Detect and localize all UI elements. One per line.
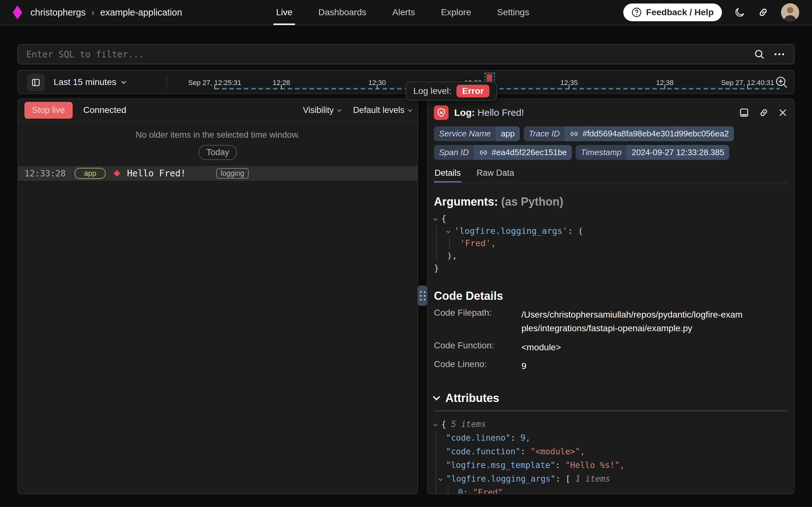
breadcrumb-project[interactable]: example-application (100, 7, 182, 18)
arguments-subheading: (as Python) (501, 195, 563, 208)
log-timestamp: 12:33:28 (24, 168, 66, 178)
code-filepath-label: Code Filepath: (434, 308, 521, 335)
json-key: "code.lineno" (446, 433, 511, 443)
attributes-section-header[interactable]: Attributes (434, 392, 788, 405)
attributes-heading: Attributes (445, 392, 499, 405)
badge-label: Span ID (434, 145, 474, 160)
link-icon[interactable] (479, 148, 488, 157)
error-shield-icon (434, 105, 448, 120)
code-function-value: <module> (521, 340, 561, 354)
code-token: { (441, 214, 446, 223)
panel-bottom-icon (739, 107, 750, 118)
live-feed-header: Stop live Connected Visibility Default l… (18, 99, 418, 122)
sidebar-toggle-button[interactable] (27, 74, 45, 92)
tick-line (665, 84, 665, 89)
code-lineno-value: 9 (521, 359, 526, 373)
logging-tag-badge[interactable]: logging (216, 168, 249, 179)
error-level-diamond-icon (114, 170, 120, 177)
moon-icon (734, 7, 745, 18)
tab-raw-data[interactable]: Raw Data (476, 168, 515, 182)
sql-filter-bar (17, 44, 795, 64)
logfire-logo-icon[interactable] (13, 5, 22, 19)
code-detail-row: Code Lineno: 9 (434, 359, 788, 373)
tab-live[interactable]: Live (276, 0, 292, 25)
avatar[interactable] (781, 3, 799, 21)
link-icon (758, 107, 769, 118)
tab-explore[interactable]: Explore (441, 0, 471, 25)
empty-window-message: No older items in the selected time wind… (18, 130, 418, 140)
copy-link-button[interactable] (758, 107, 769, 118)
arguments-code-block: { 'logfire.logging_args': ( 'Fred', ), } (434, 212, 788, 274)
json-token: : (555, 474, 560, 484)
time-range-dropdown[interactable]: Last 15 minutes (54, 71, 125, 93)
collapse-chevron-icon[interactable] (446, 229, 450, 233)
close-icon (778, 108, 788, 117)
json-token: : (520, 447, 525, 456)
today-button[interactable]: Today (198, 145, 237, 160)
sql-filter-input[interactable] (26, 49, 746, 60)
log-detail-header: Log: Hello Fred! (428, 99, 794, 120)
visibility-label: Visibility (303, 105, 334, 115)
close-detail-button[interactable] (778, 108, 788, 117)
tab-alerts[interactable]: Alerts (392, 0, 415, 25)
log-detail-panel: Log: Hello Fred! (427, 98, 795, 494)
json-key: "logfire.msg_template" (446, 460, 555, 470)
log-row[interactable]: 12:33:28 app Hello Fred! logging (18, 166, 418, 180)
feedback-help-button[interactable]: Feedback / Help (623, 3, 722, 21)
main-tabs: Live Dashboards Alerts Explore Settings (276, 0, 529, 25)
badge-value: app (496, 126, 519, 141)
more-options-icon[interactable] (773, 49, 786, 60)
tick-line (214, 84, 215, 89)
default-levels-dropdown[interactable]: Default levels (353, 105, 411, 115)
theme-toggle-button[interactable] (734, 7, 745, 18)
json-token: : (511, 433, 516, 443)
chevron-down-icon (433, 393, 440, 400)
link-icon[interactable] (570, 129, 578, 138)
badge-label: Service Name (434, 126, 496, 141)
code-token: 'logfire.logging_args' (454, 226, 568, 236)
panel-resize-handle[interactable] (418, 286, 427, 306)
badge-value: #fdd5694a8fa98eb4e301d99ebc056ea2 (582, 129, 729, 138)
timestamp-badge: Timestamp 2024-09-27 12:33:28.385 (576, 145, 729, 160)
code-detail-row: Code Function: <module> (434, 340, 788, 354)
tick-line (281, 84, 282, 89)
json-token: [ (566, 474, 571, 484)
time-range-label: Last 15 minutes (54, 77, 116, 87)
timeline-dashed-line (215, 88, 779, 90)
badge-label: Timestamp (576, 145, 626, 160)
collapse-chevron-icon[interactable] (433, 422, 437, 427)
service-badge[interactable]: app (74, 168, 106, 179)
service-name-badge: Service Name app (434, 126, 520, 141)
chevron-down-icon (408, 108, 412, 112)
code-token: ), (447, 250, 457, 261)
attributes-json-tree: { 5 items "code.lineno": 9, "code.functi… (434, 417, 788, 494)
tooltip-label: Log level: (413, 86, 451, 96)
collapse-chevron-icon[interactable] (438, 477, 442, 481)
breadcrumb-org[interactable]: christophergs (30, 7, 86, 18)
json-item-count: 5 items (451, 419, 486, 429)
zoom-in-button[interactable] (775, 75, 788, 89)
stop-live-button[interactable]: Stop live (24, 102, 73, 119)
search-icon[interactable] (754, 49, 765, 60)
tab-settings[interactable]: Settings (497, 0, 529, 25)
visibility-dropdown[interactable]: Visibility (303, 105, 340, 115)
json-key: 0: (458, 488, 468, 494)
code-lineno-label: Code Lineno: (434, 359, 521, 373)
span-id-badge: Span ID #ea4d5f226ec151be (434, 145, 572, 160)
top-nav: christophergs › example-application Live… (0, 0, 812, 25)
breadcrumb-chevron-icon: › (91, 7, 95, 18)
detail-content: Arguments: (as Python) { 'logfire.loggin… (428, 195, 794, 494)
chevron-down-icon (121, 79, 126, 84)
detail-tabs: Details Raw Data (434, 168, 788, 183)
code-function-label: Code Function: (434, 340, 521, 354)
detail-header-actions (739, 107, 788, 118)
attributes-divider (434, 410, 788, 411)
tab-details[interactable]: Details (434, 168, 461, 182)
share-link-button[interactable] (757, 7, 769, 18)
badge-value: #ea4d5f226ec151be (492, 148, 567, 157)
dock-panel-button[interactable] (739, 107, 750, 118)
tab-dashboards[interactable]: Dashboards (318, 0, 366, 25)
code-token: : ( (568, 226, 583, 236)
collapse-chevron-icon[interactable] (433, 217, 437, 221)
live-feed-panel: Stop live Connected Visibility Default l… (17, 98, 418, 494)
